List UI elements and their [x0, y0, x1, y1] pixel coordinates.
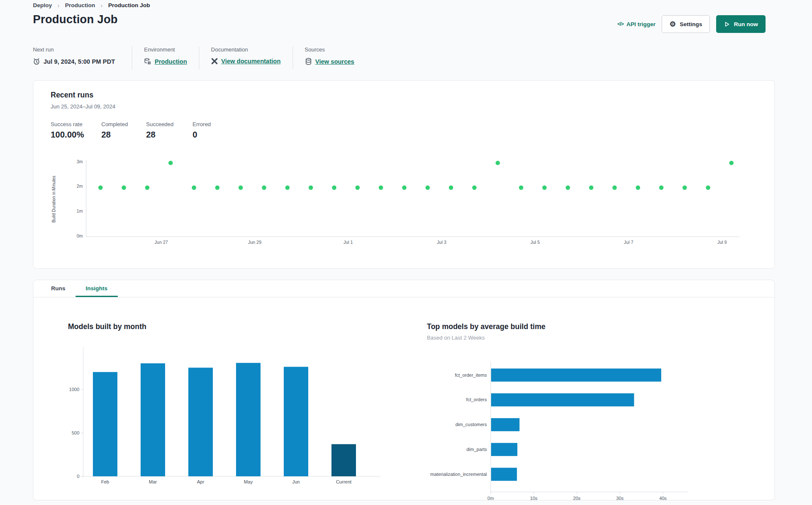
breadcrumb-production-job: Production Job	[108, 2, 150, 8]
y-tick-label: 2m	[76, 184, 83, 189]
model-bar[interactable]	[491, 393, 634, 406]
breadcrumb-production[interactable]: Production	[65, 2, 95, 8]
run-point[interactable]	[356, 186, 360, 190]
x-tick-label: Jul 7	[624, 240, 633, 245]
x-tick-label: 10s	[530, 496, 538, 501]
y-axis-label: Build Duration in Minutes	[52, 176, 56, 222]
run-point[interactable]	[636, 186, 640, 190]
x-tick-label: Jul 9	[717, 240, 727, 245]
stat-success-rate: Success rate 100.00%	[51, 121, 101, 140]
breadcrumb: Deploy › Production › Production Job	[33, 2, 150, 9]
run-point[interactable]	[706, 186, 710, 190]
x-category-label: Apr	[197, 479, 204, 484]
run-point[interactable]	[215, 186, 220, 190]
month-bar[interactable]	[331, 444, 356, 476]
x-tick-label: Jul 5	[530, 240, 540, 245]
x-category-label: May	[244, 479, 253, 484]
run-point[interactable]	[589, 186, 593, 190]
month-bar[interactable]	[188, 368, 213, 477]
environment-label: Environment	[144, 46, 187, 53]
y-tick-label: 0	[77, 474, 79, 479]
settings-button[interactable]: ⚙ Settings	[662, 15, 710, 33]
chevron-right-icon: ›	[57, 2, 60, 9]
run-point[interactable]	[122, 186, 126, 190]
top-models-title: Top models by average build time	[427, 322, 546, 331]
models-built-chart[interactable]: 05001000FebMarAprMayJunCurrent	[64, 342, 385, 491]
page-title: Production Job	[33, 13, 118, 26]
view-sources-link[interactable]: View sources	[315, 58, 354, 65]
settings-label: Settings	[680, 21, 702, 27]
run-point[interactable]	[659, 186, 663, 190]
stat-errored: Errored 0	[193, 121, 211, 140]
y-category-label: materialization_incremental	[430, 472, 487, 477]
x-tick-label: 40s	[659, 496, 667, 501]
environment-column: Environment Production	[132, 46, 199, 69]
recent-runs-chart[interactable]: 0m1m2m3mBuild Duration in MinutesJun 27J…	[50, 156, 751, 248]
run-point[interactable]	[519, 186, 523, 190]
x-tick-label: Jul 3	[437, 240, 446, 245]
y-category-label: fct_order_items	[455, 373, 487, 378]
documentation-label: Documentation	[211, 46, 281, 53]
run-point[interactable]	[192, 186, 196, 190]
month-bar[interactable]	[93, 372, 117, 476]
recent-runs-stats: Success rate 100.00% Completed 28 Succee…	[51, 121, 211, 140]
run-point[interactable]	[262, 186, 266, 190]
run-point[interactable]	[98, 186, 103, 190]
run-now-button[interactable]: Run now	[716, 15, 766, 33]
y-category-label: dim_parts	[467, 447, 487, 452]
dbt-logo-icon	[211, 58, 218, 65]
run-point[interactable]	[542, 186, 546, 190]
x-category-label: Current	[336, 479, 352, 484]
environment-icon	[144, 58, 151, 65]
run-point[interactable]	[566, 186, 570, 190]
header-actions: </> API trigger ⚙ Settings Run now	[617, 15, 766, 33]
stat-succeeded: Succeeded 28	[146, 121, 193, 140]
run-point[interactable]	[309, 186, 313, 190]
run-point[interactable]	[496, 161, 500, 165]
run-point[interactable]	[402, 186, 406, 190]
run-now-label: Run now	[734, 21, 758, 27]
run-point[interactable]	[239, 186, 243, 190]
run-point[interactable]	[729, 161, 733, 165]
tab-runs[interactable]: Runs	[41, 280, 76, 297]
month-bar[interactable]	[141, 363, 165, 476]
run-point[interactable]	[612, 186, 616, 190]
play-icon	[724, 21, 730, 27]
run-point[interactable]	[682, 186, 687, 190]
model-bar[interactable]	[491, 468, 517, 481]
next-run-value: Jul 9, 2024, 5:00 PM PDT	[43, 58, 115, 65]
breadcrumb-deploy[interactable]: Deploy	[33, 2, 52, 8]
run-point[interactable]	[426, 186, 430, 190]
x-category-label: Mar	[149, 479, 157, 484]
recent-runs-date-range: Jun 25, 2024–Jul 09, 2024	[51, 103, 115, 110]
top-models-chart[interactable]: fct_order_itemsfct_ordersdim_customersdi…	[414, 355, 701, 503]
x-tick-label: 20s	[573, 496, 581, 501]
model-bar[interactable]	[491, 418, 519, 431]
x-tick-label: Jun 29	[248, 240, 261, 245]
x-category-label: Feb	[101, 479, 109, 484]
view-documentation-link[interactable]: View documentation	[221, 58, 281, 65]
x-tick-label: 30s	[616, 496, 624, 501]
model-bar[interactable]	[491, 369, 661, 382]
tab-insights[interactable]: Insights	[76, 280, 118, 297]
model-bar[interactable]	[491, 443, 517, 456]
run-point[interactable]	[145, 186, 149, 190]
y-tick-label: 1m	[76, 208, 83, 213]
y-tick-label: 3m	[76, 159, 83, 164]
run-point[interactable]	[332, 186, 336, 190]
stat-completed: Completed 28	[101, 121, 146, 140]
run-point[interactable]	[168, 161, 173, 165]
run-point[interactable]	[379, 186, 383, 190]
run-point[interactable]	[285, 186, 290, 190]
run-point[interactable]	[472, 186, 476, 190]
database-icon	[305, 58, 312, 65]
documentation-column: Documentation View documentation	[199, 46, 293, 69]
month-bar[interactable]	[236, 363, 261, 476]
api-trigger-link[interactable]: </> API trigger	[617, 21, 655, 27]
next-run-column: Next run Jul 9, 2024, 5:00 PM PDT	[33, 46, 132, 69]
month-bar[interactable]	[284, 367, 308, 476]
tab-bar: Runs Insights	[33, 280, 774, 297]
api-trigger-label: API trigger	[626, 21, 655, 27]
run-point[interactable]	[449, 186, 453, 190]
environment-link[interactable]: Production	[155, 58, 187, 65]
